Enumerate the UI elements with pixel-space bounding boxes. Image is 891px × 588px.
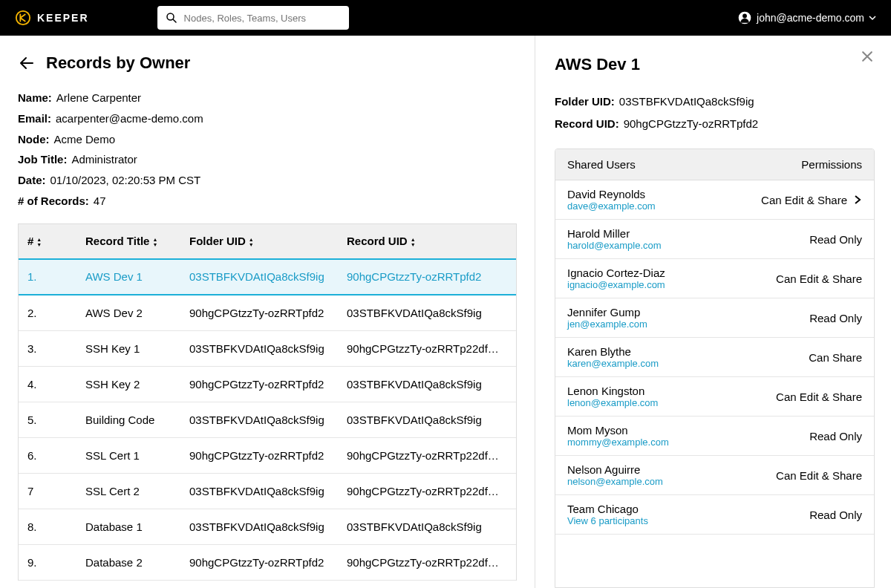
table-row[interactable]: 9.Database 290hgCPGtzzTy-ozRRTpfd290hgCP… <box>19 545 516 581</box>
shared-user-row[interactable]: David Reynoldsdave@example.comCan Edit &… <box>555 180 874 220</box>
shared-users-label: Shared Users <box>567 158 636 171</box>
search-box[interactable] <box>157 6 349 30</box>
table-row[interactable]: 8.Database 103STBFKVDAtIQa8ckSf9ig03STBF… <box>19 509 516 545</box>
panel-folder-uid: 03STBFKVDAtIQa8ckSf9ig <box>619 95 754 108</box>
cell-num: 2. <box>27 307 85 319</box>
top-bar-left: KEEPER <box>15 6 349 30</box>
shared-user-info: Mom Mysonmommy@example.com <box>567 424 669 448</box>
table-header-row: # Record Title Folder UID Record UID <box>19 224 516 260</box>
label-node: Node: <box>18 133 50 146</box>
cell-folder-uid: 03STBFKVDAtIQa8ckSf9ig <box>189 520 347 533</box>
shared-user-row[interactable]: Ignacio Cortez-Diazignacio@example.comCa… <box>555 259 874 298</box>
chevron-down-icon <box>869 14 876 22</box>
table-row[interactable]: 3.SSH Key 103STBFKVDAtIQa8ckSf9ig90hgCPG… <box>19 331 516 367</box>
cell-title: Database 1 <box>85 520 189 533</box>
svg-point-4 <box>742 14 747 19</box>
shared-user-email[interactable]: jen@example.com <box>567 318 647 330</box>
shared-user-name: Nelson Aguirre <box>567 463 663 476</box>
shared-user-row[interactable]: Harold Millerharold@example.comRead Only <box>555 220 874 259</box>
label-count: # of Records: <box>18 195 89 207</box>
cell-record-uid: 03STBFKVDAtIQa8ckSf9ig <box>347 520 507 533</box>
shared-user-row[interactable]: Mom Mysonmommy@example.comRead Only <box>555 416 874 456</box>
shared-user-row[interactable]: Nelson Aguirrenelson@example.comCan Edit… <box>555 456 874 495</box>
table-row[interactable]: 7SSL Cert 203STBFKVDAtIQa8ckSf9ig90hgCPG… <box>19 474 516 509</box>
table-body: 1.AWS Dev 103STBFKVDAtIQa8ckSf9ig90hgCPG… <box>19 260 516 581</box>
shared-user-email[interactable]: karen@example.com <box>567 358 659 369</box>
shared-user-row[interactable]: Jennifer Gumpjen@example.comRead Only <box>555 298 874 338</box>
cell-record-uid: 90hgCPGtzzTy-ozRRTp22df… <box>347 342 507 355</box>
permissions-label: Permissions <box>801 158 862 171</box>
shared-user-name: David Reynolds <box>567 188 656 200</box>
permission-cell[interactable]: Can Edit & Share <box>776 272 862 285</box>
cell-folder-uid: 03STBFKVDAtIQa8ckSf9ig <box>189 414 347 426</box>
permission-cell[interactable]: Can Edit & Share <box>761 194 862 206</box>
cell-num: 6. <box>27 449 85 462</box>
col-header-num[interactable]: # <box>27 235 85 247</box>
shared-user-email[interactable]: mommy@example.com <box>567 437 669 448</box>
cell-num: 8. <box>27 520 85 533</box>
sort-icon <box>36 237 42 247</box>
permission-cell[interactable]: Read Only <box>809 233 862 246</box>
permission-cell[interactable]: Can Edit & Share <box>776 391 862 403</box>
col-header-record[interactable]: Record UID <box>347 235 507 247</box>
cell-record-uid: 90hgCPGtzzTy-ozRRTp22df… <box>347 556 507 569</box>
table-row[interactable]: 4.SSH Key 290hgCPGtzzTy-ozRRTpfd203STBFK… <box>19 367 516 402</box>
label-email: Email: <box>18 112 51 125</box>
cell-record-uid: 03STBFKVDAtIQa8ckSf9ig <box>347 307 507 319</box>
brand-name: KEEPER <box>37 12 89 24</box>
owner-name: Arlene Carpenter <box>56 91 141 104</box>
shared-body: David Reynoldsdave@example.comCan Edit &… <box>555 180 874 535</box>
cell-folder-uid: 90hgCPGtzzTy-ozRRTpfd2 <box>189 449 347 462</box>
cell-title: Database 2 <box>85 556 189 569</box>
shared-user-email[interactable]: lenon@example.com <box>567 397 658 408</box>
permission-text: Can Share <box>809 351 862 364</box>
sort-icon <box>249 237 254 247</box>
panel-title: AWS Dev 1 <box>555 55 875 74</box>
shared-user-email[interactable]: harold@example.com <box>567 240 662 251</box>
col-header-folder[interactable]: Folder UID <box>189 235 347 247</box>
table-row[interactable]: 5.Building Code03STBFKVDAtIQa8ckSf9ig03S… <box>19 402 516 438</box>
table-row[interactable]: 2.AWS Dev 290hgCPGtzzTy-ozRRTpfd203STBFK… <box>19 295 516 331</box>
cell-num: 3. <box>27 342 85 355</box>
shared-user-row[interactable]: Karen Blythekaren@example.comCan Share <box>555 338 874 377</box>
shared-user-row[interactable]: Lenon Kingstonlenon@example.comCan Edit … <box>555 377 874 416</box>
cell-title: SSH Key 2 <box>85 378 189 391</box>
shared-user-info: Lenon Kingstonlenon@example.com <box>567 385 658 408</box>
shared-user-email[interactable]: ignacio@example.com <box>567 279 665 290</box>
owner-meta: Name:Arlene Carpenter Email:acarpenter@a… <box>18 88 517 212</box>
col-header-title[interactable]: Record Title <box>85 235 189 247</box>
shared-user-row[interactable]: Team ChicagoView 6 participantsRead Only <box>555 495 874 535</box>
permission-text: Can Edit & Share <box>761 194 847 206</box>
cell-num: 1. <box>27 270 85 283</box>
permission-cell[interactable]: Read Only <box>809 509 862 521</box>
shared-user-info: Nelson Aguirrenelson@example.com <box>567 463 663 487</box>
brand-logo[interactable]: KEEPER <box>15 10 89 26</box>
user-menu[interactable]: john@acme-demo.com <box>737 10 876 25</box>
label-job: Job Title: <box>18 153 67 166</box>
shared-user-info: Team ChicagoView 6 participants <box>567 503 648 526</box>
user-avatar-icon <box>737 10 752 25</box>
records-table: # Record Title Folder UID Record UID 1.A… <box>18 223 517 581</box>
label-name: Name: <box>18 91 52 104</box>
svg-point-0 <box>16 11 30 24</box>
shared-user-name: Mom Myson <box>567 424 669 437</box>
shared-team-link[interactable]: View 6 participants <box>567 515 648 526</box>
table-row[interactable]: 1.AWS Dev 103STBFKVDAtIQa8ckSf9ig90hgCPG… <box>19 260 516 295</box>
cell-num: 9. <box>27 556 85 569</box>
permission-cell[interactable]: Read Only <box>809 430 862 442</box>
shared-user-info: Harold Millerharold@example.com <box>567 227 662 251</box>
search-input[interactable] <box>184 13 342 24</box>
close-icon[interactable] <box>860 49 875 64</box>
permission-cell[interactable]: Can Edit & Share <box>776 469 862 482</box>
shared-user-email[interactable]: nelson@example.com <box>567 476 663 487</box>
shared-user-email[interactable]: dave@example.com <box>567 200 656 212</box>
back-arrow-icon[interactable] <box>18 54 36 72</box>
table-row[interactable]: 6.SSL Cert 190hgCPGtzzTy-ozRRTpfd290hgCP… <box>19 438 516 474</box>
permission-text: Read Only <box>809 312 862 324</box>
permission-cell[interactable]: Can Share <box>809 351 862 364</box>
permission-cell[interactable]: Read Only <box>809 312 862 324</box>
keeper-logo-icon <box>15 10 31 26</box>
shared-users-box: Shared Users Permissions David Reynoldsd… <box>555 148 875 588</box>
cell-title: SSL Cert 2 <box>85 485 189 497</box>
cell-title: AWS Dev 2 <box>85 307 189 319</box>
